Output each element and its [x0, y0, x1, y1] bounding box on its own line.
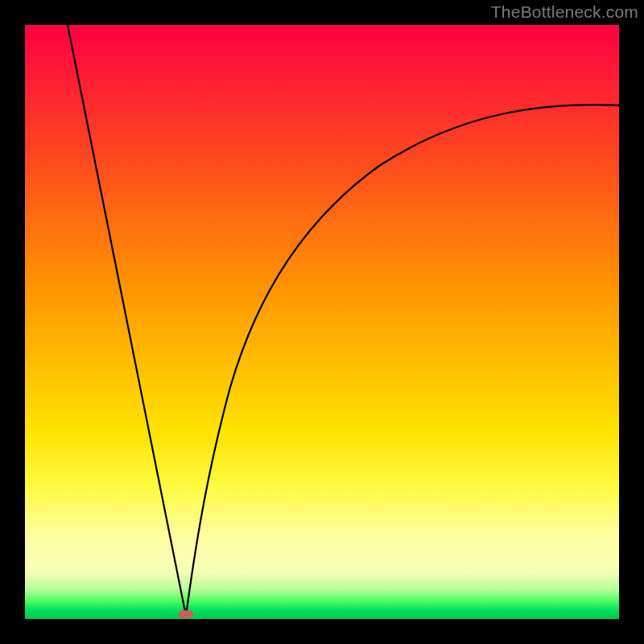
watermark-text: TheBottleneck.com: [491, 2, 638, 22]
curve-left-branch: [67, 25, 186, 616]
chart-frame: TheBottleneck.com: [0, 0, 644, 644]
valley-marker: [179, 610, 193, 618]
plot-area: [25, 25, 619, 619]
bottleneck-curve: [25, 25, 619, 619]
curve-right-branch: [186, 105, 619, 616]
